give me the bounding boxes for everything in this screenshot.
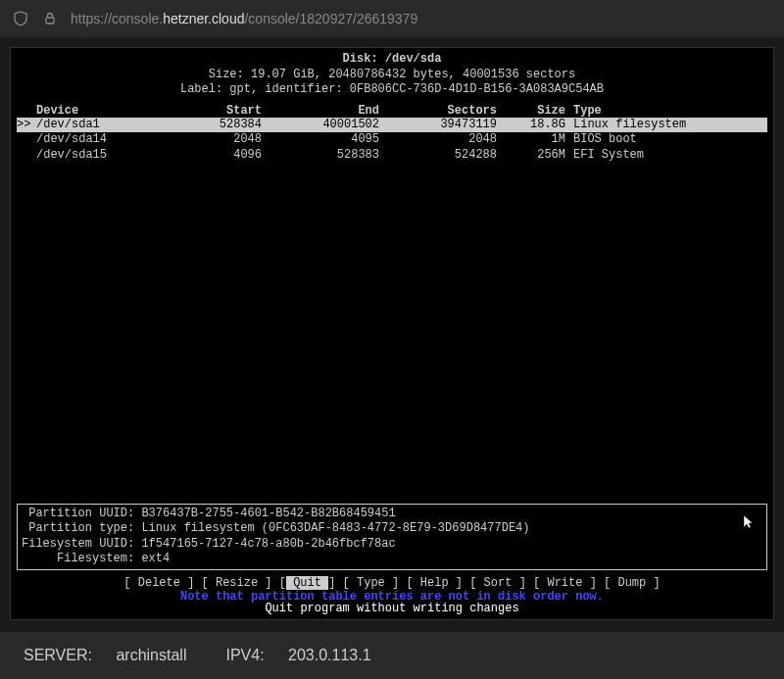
ipv4-label: IPV4: [225, 647, 264, 663]
table-row[interactable]: /dev/sda154096528383524288256MEFI System [17, 148, 767, 164]
col-header-device: Device [36, 104, 154, 118]
ipv4-info: IPV4: 203.0.113.1 [225, 647, 370, 664]
url-domain: hetzner.cloud [163, 11, 244, 26]
cell-device: /dev/sda15 [36, 148, 154, 164]
row-selection-marker: >> [17, 118, 30, 133]
cell-size: 256M [497, 148, 565, 164]
cell-end: 4095 [262, 132, 379, 148]
cell-type: BIOS boot [565, 132, 742, 148]
cell-type: EFI System [565, 148, 742, 164]
col-header-end: End [262, 104, 379, 118]
cell-device: /dev/sda14 [36, 132, 154, 148]
disk-header: Disk: /dev/sda Size: 19.07 GiB, 20480786… [17, 52, 767, 98]
cell-type: Linux filesystem [565, 118, 742, 133]
browser-address-bar: https://console.hetzner.cloud/console/18… [0, 0, 784, 37]
terminal-console[interactable]: Disk: /dev/sda Size: 19.07 GiB, 20480786… [10, 47, 774, 620]
lock-icon [41, 10, 59, 27]
shield-icon[interactable] [12, 10, 29, 27]
server-label: SERVER: [24, 647, 92, 663]
col-header-sectors: Sectors [379, 104, 497, 118]
filesystem-line: Filesystem: ext4 [22, 552, 762, 567]
col-header-type: Type [565, 104, 742, 118]
menu-resize-button[interactable]: [ Resize ] [202, 576, 272, 590]
url-text[interactable]: https://console.hetzner.cloud/console/18… [71, 11, 772, 26]
cell-size: 1M [497, 132, 565, 148]
cell-sectors: 39473119 [379, 118, 497, 133]
cell-sectors: 2048 [379, 132, 497, 148]
cell-end: 40001502 [262, 118, 379, 133]
server-info: SERVER: archinstall [24, 647, 186, 664]
cell-start: 2048 [154, 132, 262, 148]
hint-message: Quit program without writing changes [11, 602, 773, 615]
partition-details-box: Partition UUID: B376437B-2755-4601-B542-… [17, 504, 767, 570]
partition-table-body: /dev/sda1528384400015023947311918.8GLinu… [17, 118, 767, 164]
menu-write-button[interactable]: [ Write ] [533, 576, 597, 590]
disk-label: Label: gpt, identifier: 0FB806CC-736D-4D… [17, 82, 767, 98]
menu-delete-button[interactable]: [ Delete ] [123, 576, 194, 590]
menu-sort-button[interactable]: [ Sort ] [469, 576, 526, 590]
menu-type-button[interactable]: [ Type ] [343, 576, 400, 590]
disk-title: Disk: /dev/sda [17, 52, 767, 68]
status-bar: SERVER: archinstall IPV4: 203.0.113.1 [0, 632, 784, 679]
cell-size: 18.8G [497, 118, 565, 133]
disk-size: Size: 19.07 GiB, 20480786432 bytes, 4000… [17, 68, 767, 83]
ipv4-value: 203.0.113.1 [288, 647, 371, 663]
partition-table-header: Device Start End Sectors Size Type [17, 104, 767, 118]
filesystem-uuid-line: Filesystem UUID: 1f547165-7127-4c78-a80b… [22, 537, 762, 553]
cell-device: /dev/sda1 [36, 118, 154, 133]
mouse-cursor-icon [740, 513, 758, 531]
url-path: /console/1820927/26619379 [244, 11, 417, 26]
table-row[interactable]: /dev/sda1528384400015023947311918.8GLinu… [17, 118, 767, 133]
action-menu: [ Delete ] [ Resize ] [ Quit ] [ Type ] … [11, 576, 773, 590]
svg-rect-0 [46, 18, 54, 24]
url-prefix: https://console. [71, 11, 163, 26]
cell-start: 4096 [154, 148, 262, 164]
col-header-start: Start [154, 104, 262, 118]
cell-start: 528384 [154, 118, 262, 133]
menu-dump-button[interactable]: [ Dump ] [604, 576, 661, 590]
server-value: archinstall [116, 647, 186, 663]
menu-help-button[interactable]: [ Help ] [406, 576, 463, 590]
col-header-size: Size [497, 104, 565, 118]
table-row[interactable]: /dev/sda142048409520481MBIOS boot [17, 132, 767, 148]
menu-quit-button[interactable]: [ Quit ] [279, 576, 336, 590]
cell-end: 528383 [262, 148, 379, 164]
partition-uuid-line: Partition UUID: B376437B-2755-4601-B542-… [22, 507, 762, 522]
cell-sectors: 524288 [379, 148, 497, 164]
partition-type-line: Partition type: Linux filesystem (0FC63D… [22, 521, 762, 537]
